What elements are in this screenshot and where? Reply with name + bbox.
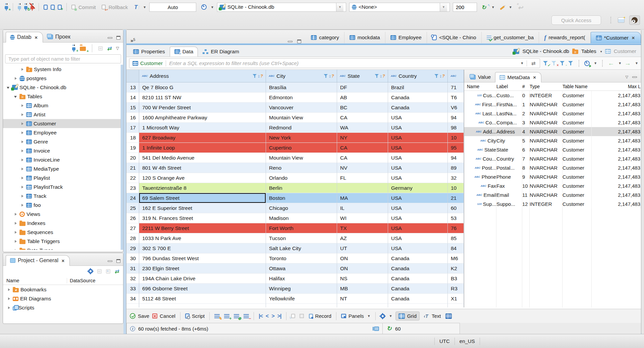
tree-item[interactable]: Invoice — [3, 146, 123, 155]
transaction-mode-icon[interactable] — [134, 4, 139, 10]
state-cell[interactable]: AZ — [337, 233, 388, 243]
column-sort-icon[interactable] — [440, 73, 442, 78]
breadcrumb-tables[interactable]: Tables — [581, 48, 596, 54]
script-button[interactable]: Script — [185, 313, 205, 319]
address-cell[interactable]: 541 Del Medio Avenue — [139, 153, 266, 163]
table-row[interactable]: 25 162 E Superior Street Chicago IL USA … — [126, 203, 464, 213]
row-number-cell[interactable]: 32 — [126, 274, 139, 284]
city-cell[interactable]: Berlin — [266, 183, 337, 193]
column-header-name[interactable]: Name — [464, 82, 496, 91]
tree-item[interactable]: Sequences — [3, 228, 123, 237]
country-cell[interactable]: USA — [388, 203, 448, 213]
city-cell[interactable]: Mountain View — [266, 113, 337, 123]
schema-combo[interactable]: <None> ▼ — [349, 3, 450, 12]
sql-editor-icon[interactable] — [44, 4, 48, 10]
city-cell[interactable]: New York — [266, 133, 337, 143]
metadata-row[interactable]: State State 6 NVARCHAR Customer 2,147,48… — [464, 145, 641, 154]
generate-dropdown-icon[interactable]: ▼ — [509, 5, 512, 9]
state-cell[interactable]: WI — [337, 213, 388, 223]
city-cell[interactable]: Chicago — [266, 203, 337, 213]
country-cell[interactable]: USA — [388, 133, 448, 143]
state-cell[interactable]: NV — [337, 163, 388, 173]
previous-row-icon[interactable] — [266, 313, 268, 319]
city-cell[interactable]: Halifax — [266, 274, 337, 284]
tree-item[interactable]: Employee — [3, 128, 123, 137]
editor-tab[interactable]: rewards_report( — [539, 32, 590, 43]
history-icon[interactable] — [201, 4, 207, 10]
address-cell[interactable]: 801 W 4th Street — [139, 163, 266, 173]
city-cell[interactable]: Mountain View — [266, 153, 337, 163]
editor-subtab[interactable]: Properties — [128, 47, 170, 57]
column-header-type[interactable]: Type — [530, 82, 562, 91]
address-cell[interactable]: 69 Salem Street — [139, 193, 266, 203]
settings-gear-icon[interactable] — [380, 314, 385, 318]
record-button[interactable]: Record — [309, 313, 331, 319]
state-cell[interactable]: FL — [337, 173, 388, 183]
state-cell[interactable] — [337, 183, 388, 193]
first-row-icon[interactable] — [259, 313, 263, 319]
address-cell[interactable]: 319 N. Frances Street — [139, 213, 266, 223]
auto-refresh-icon[interactable] — [584, 61, 590, 66]
expand-arrow-icon[interactable] — [7, 306, 11, 310]
table-row[interactable]: 18 627 Broadway New York NY USA 10 — [126, 133, 464, 143]
table-row-partial[interactable] — [126, 304, 464, 307]
reconnect-icon[interactable]: ↻ — [24, 5, 28, 9]
tree-item[interactable]: Genre — [3, 137, 123, 146]
last-row-icon[interactable] — [277, 313, 281, 319]
state-cell[interactable]: CA — [337, 113, 388, 123]
next-page-icon[interactable]: → — [625, 60, 631, 67]
custom-filter-icon[interactable] — [568, 61, 574, 66]
edit-cell-icon[interactable]: ✎ — [214, 314, 220, 318]
postalcode-cell[interactable]: 76 — [448, 223, 464, 233]
settings-dropdown-icon[interactable]: ▼ — [389, 314, 392, 318]
refresh-icon[interactable] — [386, 326, 392, 332]
new-connection-icon[interactable]: + — [5, 5, 8, 9]
address-cell[interactable]: 8210 111 ST NW — [139, 93, 266, 103]
state-cell[interactable]: IL — [337, 203, 388, 213]
postalcode-cell[interactable]: 32 — [448, 173, 464, 183]
table-row[interactable]: 28 1033 N Park Ave Tucson AZ USA 85 — [126, 233, 464, 243]
save-button[interactable]: Save — [130, 313, 149, 319]
column-help-icon[interactable] — [382, 73, 385, 78]
expand-arrow-icon[interactable] — [14, 248, 18, 250]
breadcrumb-database[interactable]: SQLite - Chinook.db — [522, 48, 569, 54]
expand-arrow-icon[interactable] — [7, 297, 11, 301]
tree-item[interactable]: postgres — [3, 74, 123, 83]
refresh-icon[interactable] — [530, 60, 537, 67]
expand-arrow-icon[interactable] — [14, 212, 18, 216]
table-row[interactable]: 17 1 Microsoft Way Redmond WA USA 98 — [126, 123, 464, 133]
expand-arrow-icon[interactable] — [20, 194, 24, 198]
table-row[interactable]: 34 5112 48 Street Yellowknife NT Canada … — [126, 294, 464, 304]
tree-item[interactable]: MediaType — [3, 164, 123, 173]
editor-tab[interactable]: *Customer — [591, 32, 641, 43]
link-editor-icon[interactable] — [115, 268, 119, 275]
expand-arrow-icon[interactable] — [14, 95, 18, 99]
state-cell[interactable]: BC — [337, 103, 388, 113]
metadata-row[interactable]: Cou... Country 7 NVARCHAR Customer 2,147… — [464, 154, 641, 163]
table-row[interactable]: 21 801 W 4th Street Reno NV USA 89 — [126, 163, 464, 173]
city-cell[interactable]: Winnipeg — [266, 284, 337, 294]
city-cell[interactable]: Orlando — [266, 173, 337, 183]
add-row-icon[interactable]: + — [224, 314, 229, 318]
address-cell[interactable]: 120 S Orange Ave — [139, 173, 266, 183]
table-row[interactable]: 23 Tauentzienstraße 8 Berlin Germany 10 — [126, 183, 464, 193]
table-row[interactable]: 26 319 N. Frances Street Madison WI USA … — [126, 213, 464, 223]
metadata-row[interactable]: Add... Address 4 NVARCHAR Customer 2,147… — [464, 127, 641, 136]
tree-item[interactable]: Artist — [3, 110, 123, 119]
row-number-cell[interactable]: 24 — [126, 193, 139, 203]
country-cell[interactable]: Brazil — [388, 82, 448, 93]
row-number-cell[interactable]: 29 — [126, 243, 139, 253]
metadata-row[interactable]: Cus... Custo... 0 INTEGER Customer 2,147… — [464, 91, 641, 100]
postalcode-cell[interactable]: V6 — [448, 103, 464, 113]
link-editor-icon[interactable] — [107, 45, 111, 52]
address-cell[interactable]: 230 Elgin Street — [139, 264, 266, 274]
state-cell[interactable]: ON — [337, 253, 388, 264]
minimize-icon[interactable] — [632, 76, 637, 78]
state-cell[interactable]: WA — [337, 123, 388, 133]
tree-item[interactable]: Data Types — [3, 246, 123, 250]
project-item[interactable]: Bookmarks — [3, 285, 123, 294]
metadata-row[interactable]: Post... Postal... 8 NVARCHAR Customer 2,… — [464, 163, 641, 172]
table-row[interactable]: 29 302 S 700 E Salt Lake City UT USA 84 — [126, 243, 464, 253]
panels-dropdown-icon[interactable]: ▼ — [367, 314, 371, 318]
country-cell[interactable]: Canada — [388, 253, 448, 264]
